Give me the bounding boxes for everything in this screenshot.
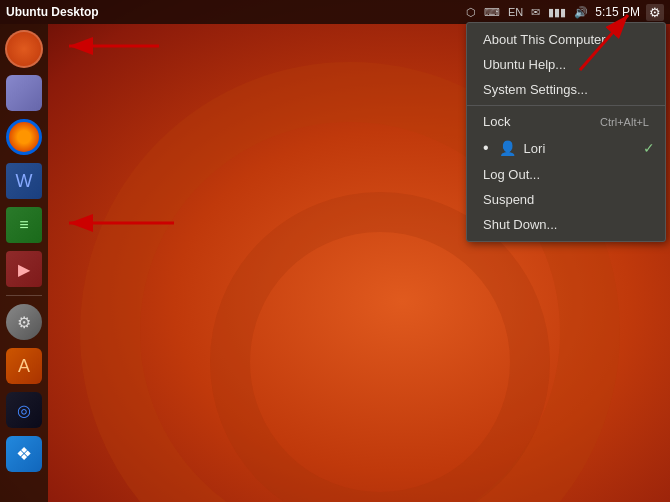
launcher-item-ubuntu-home[interactable] — [3, 28, 45, 70]
software-icon: A — [6, 348, 42, 384]
impress-icon: ▶ — [6, 251, 42, 287]
calc-icon: ≡ — [6, 207, 42, 243]
panel-title: Ubuntu Desktop — [6, 5, 99, 19]
red-arrow-gear — [560, 5, 660, 85]
menu-item-shutdown[interactable]: Shut Down... — [467, 212, 665, 237]
menu-item-suspend[interactable]: Suspend — [467, 187, 665, 212]
menu-item-lock[interactable]: Lock Ctrl+Alt+L — [467, 109, 665, 134]
firefox-icon — [6, 119, 42, 155]
files-icon — [6, 75, 42, 111]
red-arrow-launcher — [54, 28, 164, 78]
launcher-item-camera[interactable]: ◎ — [3, 389, 45, 431]
writer-icon: W — [6, 163, 42, 199]
settings-icon: ⚙ — [6, 304, 42, 340]
menu-item-logout[interactable]: Log Out... — [467, 162, 665, 187]
camera-icon: ◎ — [6, 392, 42, 428]
launcher-item-software[interactable]: A — [3, 345, 45, 387]
launcher-item-dropbox[interactable]: ❖ — [3, 433, 45, 475]
launcher-item-impress[interactable]: ▶ — [3, 248, 45, 290]
user-icon: 👤 — [499, 140, 516, 156]
launcher-item-calc[interactable]: ≡ — [3, 204, 45, 246]
lock-shortcut: Ctrl+Alt+L — [600, 116, 649, 128]
launcher: W ≡ ▶ ⚙ A ◎ ❖ — [0, 24, 48, 502]
ubuntu-home-icon — [5, 30, 43, 68]
keyboard-tray-icon[interactable]: ⌨ — [483, 6, 501, 19]
menu-item-user[interactable]: • 👤 Lori ✓ — [467, 134, 665, 162]
dropbox-tray-icon[interactable]: ⬡ — [465, 6, 477, 19]
desktop: Ubuntu Desktop ⬡ ⌨ EN ✉ ▮▮▮ 🔊 5:15 PM ⚙ … — [0, 0, 670, 502]
launcher-item-files[interactable] — [3, 72, 45, 114]
menu-separator-1 — [467, 105, 665, 106]
mail-tray-icon[interactable]: ✉ — [530, 6, 541, 19]
launcher-item-settings[interactable]: ⚙ — [3, 301, 45, 343]
language-tray-icon[interactable]: EN — [507, 6, 524, 18]
launcher-separator — [6, 295, 42, 296]
svg-line-5 — [580, 15, 628, 70]
panel-left: Ubuntu Desktop — [6, 5, 99, 19]
red-arrow-launcher-mid — [54, 205, 184, 255]
launcher-item-firefox[interactable] — [3, 116, 45, 158]
launcher-item-writer[interactable]: W — [3, 160, 45, 202]
dropbox-icon: ❖ — [6, 436, 42, 472]
user-check-icon: ✓ — [643, 140, 655, 156]
user-bullet: • — [483, 139, 489, 157]
user-name: Lori — [524, 141, 546, 156]
